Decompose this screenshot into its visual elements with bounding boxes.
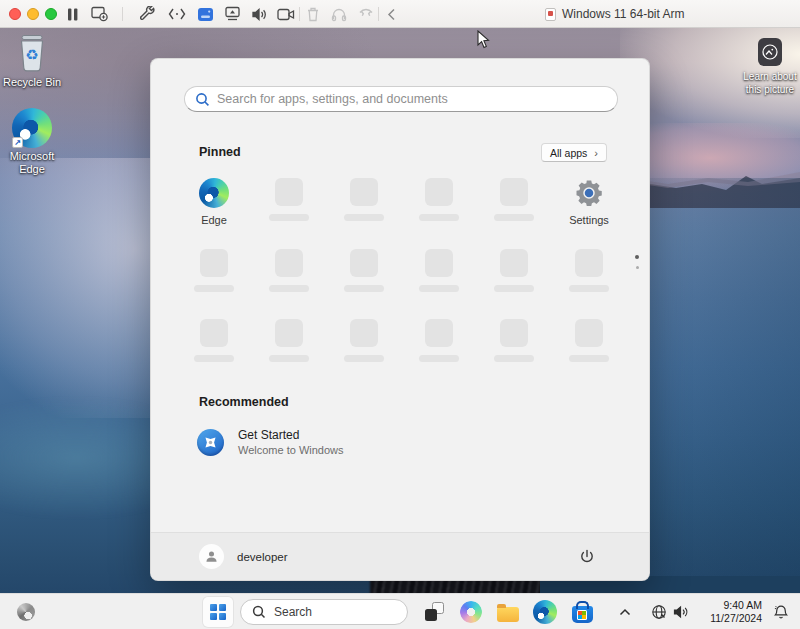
desktop-icon-microsoft-edge[interactable]: ↗ Microsoft Edge: [0, 108, 64, 176]
pinned-placeholder-tile: [483, 319, 545, 362]
svg-text:♻: ♻: [25, 46, 38, 64]
network-globe-icon: [651, 604, 667, 620]
vm-toolbar: Windows 11 64-bit Arm: [0, 0, 800, 28]
edge-icon: [199, 178, 229, 208]
tray-time: 9:40 AM: [700, 599, 762, 612]
screen: Windows 11 64-bit Arm ♻ Recycle Bin: [0, 0, 800, 629]
widgets-icon[interactable]: [17, 603, 35, 621]
mouse-cursor: [477, 30, 491, 50]
recycle-bin-icon: ♻: [14, 32, 50, 74]
volume-button[interactable]: [670, 598, 692, 626]
zoom-button[interactable]: [45, 8, 57, 20]
pinned-placeholder-tile: [558, 249, 620, 292]
network-button[interactable]: [648, 598, 670, 626]
tray-chevron-up-button[interactable]: [614, 598, 636, 626]
microsoft-store-icon: [572, 606, 593, 623]
system-tray: 9:40 AM 11/27/2024: [614, 594, 792, 629]
edge-button[interactable]: [530, 597, 560, 627]
chevron-up-icon: [619, 608, 631, 616]
start-button[interactable]: [203, 597, 233, 627]
taskbar-clock[interactable]: 9:40 AM 11/27/2024: [700, 599, 762, 625]
pinned-placeholder-tile: [333, 249, 395, 292]
notification-center-button[interactable]: [770, 598, 792, 626]
search-icon: [252, 605, 266, 619]
file-explorer-button[interactable]: [493, 597, 523, 627]
pinned-placeholder-tile: [258, 249, 320, 292]
pinned-placeholder-tile: [183, 319, 245, 362]
pinned-placeholder-tile: [258, 178, 320, 226]
start-menu: Pinned All apps Edge: [150, 58, 650, 581]
recommended-section-title: Recommended: [199, 395, 289, 409]
file-explorer-icon: [497, 607, 519, 622]
pinned-app-edge[interactable]: Edge: [183, 178, 245, 226]
pinned-placeholder-tile: [183, 249, 245, 292]
pause-icon[interactable]: [64, 6, 82, 22]
pinned-page-dots[interactable]: [635, 255, 639, 269]
start-search-box[interactable]: [184, 86, 618, 112]
search-icon: [195, 92, 210, 107]
pinned-placeholder-tile: [333, 178, 395, 226]
microsoft-store-button[interactable]: [567, 597, 597, 627]
pinned-section-title: Pinned: [199, 145, 241, 159]
tray-date: 11/27/2024: [700, 612, 762, 625]
pinned-placeholder-tile: [558, 319, 620, 362]
headphones-icon: [330, 6, 348, 22]
pinned-placeholder-tile: [483, 249, 545, 292]
minimize-button[interactable]: [27, 8, 39, 20]
pinned-placeholder-tile: [483, 178, 545, 226]
pinned-placeholder-tile: [258, 319, 320, 362]
user-avatar: [199, 544, 224, 569]
pinned-placeholder-tile: [408, 319, 470, 362]
vm-document-icon: [545, 8, 556, 21]
start-menu-footer: developer: [151, 532, 649, 580]
pinned-app-settings[interactable]: Settings: [558, 178, 620, 226]
copilot-icon: [460, 601, 482, 623]
user-account-button[interactable]: developer: [199, 544, 288, 569]
desktop-wallpaper: ♻ Recycle Bin ↗ Microsoft Edge Learn abo…: [0, 28, 800, 593]
task-view-button[interactable]: [419, 597, 449, 627]
wrench-icon[interactable]: [139, 6, 157, 22]
speaker-icon: [673, 605, 690, 619]
power-icon: [579, 549, 595, 565]
taskbar: Search: [0, 593, 800, 629]
recommended-item-get-started[interactable]: Get Started Welcome to Windows: [197, 423, 447, 461]
get-started-icon: [197, 429, 224, 456]
taskbar-search[interactable]: Search: [240, 599, 408, 625]
picture-icon: [758, 38, 782, 66]
pinned-placeholder-tile: [333, 319, 395, 362]
chevron-right-icon: [594, 147, 598, 159]
code-brackets-icon[interactable]: [168, 6, 186, 22]
vm-window-title: Windows 11 64-bit Arm: [545, 7, 685, 21]
shortcut-arrow-icon: ↗: [12, 137, 23, 148]
pinned-placeholder-tile: [408, 178, 470, 226]
all-apps-button[interactable]: All apps: [541, 143, 607, 162]
close-button[interactable]: [9, 8, 21, 20]
power-button[interactable]: [573, 543, 601, 571]
sound-icon[interactable]: [250, 6, 268, 22]
task-view-icon: [425, 602, 444, 621]
chevron-left-icon[interactable]: [382, 6, 400, 22]
edge-icon: [533, 600, 557, 624]
removable-device-icon[interactable]: [223, 6, 241, 22]
settings-gear-icon: [574, 178, 604, 208]
copilot-button[interactable]: [456, 597, 486, 627]
camera-icon[interactable]: [277, 6, 295, 22]
learn-about-picture-button[interactable]: Learn about this picture: [737, 38, 800, 96]
windows-logo-icon: [210, 604, 226, 620]
desktop-icon-recycle-bin[interactable]: ♻ Recycle Bin: [0, 32, 64, 89]
start-search-input[interactable]: [217, 92, 607, 106]
virtual-disk-icon[interactable]: [196, 6, 214, 22]
snapshot-icon[interactable]: [91, 6, 109, 22]
notification-bell-icon: [773, 604, 789, 620]
pinned-placeholder-tile: [408, 249, 470, 292]
trash-icon: [304, 6, 322, 22]
phone-icon: [357, 6, 375, 22]
